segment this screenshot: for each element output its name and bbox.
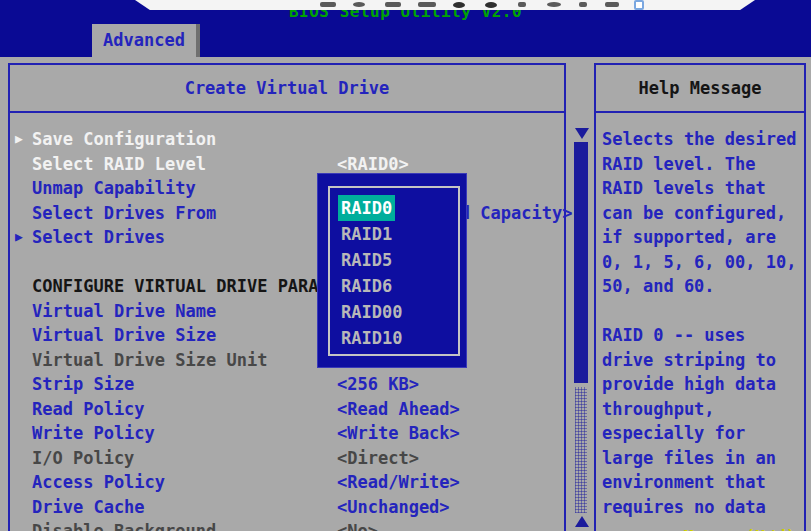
menu-item-select-drives[interactable]: ▶ Select Drives [10,225,564,250]
menu-item-select-raid-level[interactable]: Select RAID Level <RAID0> [10,152,564,177]
menu-item-virtual-drive-size-unit: Virtual Drive Size Unit [10,348,564,373]
tab-advanced[interactable]: Advanced [92,24,196,57]
help-pane: Help Message Selects the desired RAID le… [594,63,806,531]
help-line: RAID level. The [602,152,804,177]
section-heading-configure-parameters: CONFIGURE VIRTUAL DRIVE PARAMETERS: [10,274,564,299]
menu-item-virtual-drive-name[interactable]: Virtual Drive Name [10,299,564,324]
menu-item-unmap-capability[interactable]: Unmap Capability [10,176,564,201]
menu-item-virtual-drive-size[interactable]: Virtual Drive Size [10,323,564,348]
raid-option-raid0[interactable]: RAID0 [330,195,458,221]
raid-level-dropdown: RAID0 RAID1 RAID5 RAID6 RAID00 RAID10 [317,173,467,368]
menu-item-io-policy: I/O Policy <Direct> [10,446,564,471]
toolbar-icon-fragment [579,2,587,7]
menu-item-select-drives-from[interactable]: Select Drives From <Unconfigured Capacit… [10,201,564,226]
toolbar-icon-fragment [385,2,401,7]
toolbar-icon-fragment [418,2,436,7]
help-line: throughput, [602,397,804,422]
menu-item-access-policy[interactable]: Access Policy <Read/Write> [10,470,564,495]
raid-option-raid5[interactable]: RAID5 [330,247,458,273]
scroll-up-icon[interactable] [575,516,589,527]
raid-option-raid1[interactable]: RAID1 [330,221,458,247]
menu-item-write-policy[interactable]: Write Policy <Write Back> [10,421,564,446]
help-line: large files in an [602,446,804,471]
remote-console-toolbar[interactable] [135,0,755,10]
help-line: requires no data [602,495,804,520]
toolbar-icon-fragment [485,2,497,8]
help-line: 50, and 60. [602,274,804,299]
help-line: RAID 0 -- uses [602,323,804,348]
help-line: RAID levels that [602,176,804,201]
help-text: Selects the desired RAID level. The RAID… [596,113,804,519]
scrollbar-thumb[interactable] [574,142,588,383]
settings-pane: Create Virtual Drive ▶ Save Configuratio… [8,63,566,531]
raid-option-raid10[interactable]: RAID10 [330,325,458,351]
help-more-indicator: More: (U/d) [596,527,796,531]
raid-level-dropdown-frame: RAID0 RAID1 RAID5 RAID6 RAID00 RAID10 [328,186,460,356]
help-line [602,299,804,324]
scrollbar[interactable] [570,57,592,531]
toolbar-icon-fragment [453,2,465,8]
submenu-arrow-icon: ▶ [15,127,23,152]
scrollbar-track[interactable] [575,387,587,513]
raid-option-raid00[interactable]: RAID00 [330,299,458,325]
toolbar-focus-square-icon[interactable] [634,0,644,10]
menu-item-read-policy[interactable]: Read Policy <Read Ahead> [10,397,564,422]
raid-option-raid6[interactable]: RAID6 [330,273,458,299]
toolbar-icon-fragment [353,2,365,7]
menu-item-disable-background[interactable]: Disable Background <No> [10,519,564,531]
help-line: if supported, are [602,225,804,250]
help-line: environment that [602,470,804,495]
help-line: especially for [602,421,804,446]
toolbar-icon-fragment [547,2,561,7]
help-line: drive striping to [602,348,804,373]
settings-pane-title: Create Virtual Drive [10,65,564,113]
main-area: Create Virtual Drive ▶ Save Configuratio… [0,57,811,531]
menu-item-drive-cache[interactable]: Drive Cache <Unchanged> [10,495,564,520]
menu-item-strip-size[interactable]: Strip Size <256 KB> [10,372,564,397]
help-line: can be configured, [602,201,804,226]
help-line: 0, 1, 5, 6, 00, 10, [602,250,804,275]
bios-screen: BIOS Setup Utility V2.0 Advanced Create … [0,0,811,531]
menu-item-save-configuration[interactable]: ▶ Save Configuration [10,127,564,152]
menu-list: ▶ Save Configuration Select RAID Level <… [10,113,564,531]
scroll-down-icon[interactable] [575,128,589,139]
raid-level-option-list: RAID0 RAID1 RAID5 RAID6 RAID00 RAID10 [330,188,458,351]
toolbar-icon-fragment [605,2,619,7]
help-pane-title: Help Message [596,65,804,113]
menu-spacer-row [10,250,564,275]
help-line: Selects the desired [602,127,804,152]
toolbar-icon-fragment [320,2,336,7]
help-line: provide high data [602,372,804,397]
toolbar-icon-fragment [518,2,526,7]
submenu-arrow-icon: ▶ [15,225,23,250]
